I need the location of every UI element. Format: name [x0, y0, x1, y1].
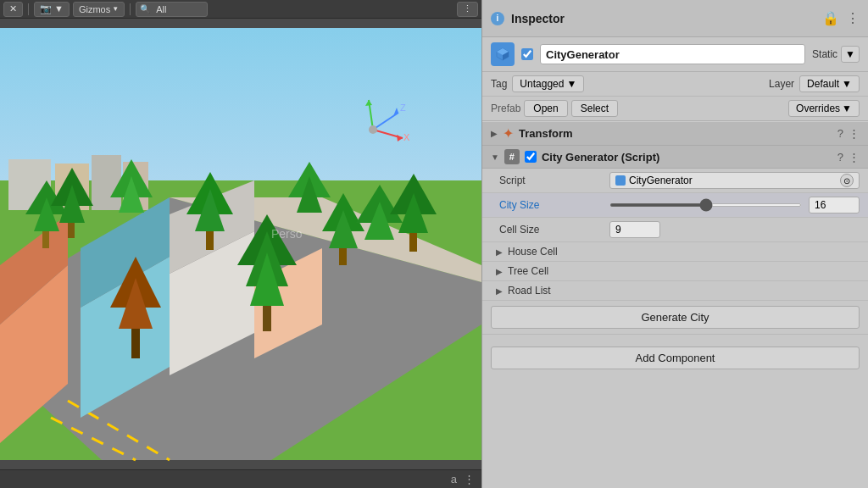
city-size-input[interactable] — [809, 197, 860, 214]
cube-svg — [495, 47, 510, 62]
gizmos-chevron: ▼ — [112, 5, 119, 13]
svg-rect-34 — [339, 248, 347, 265]
road-list-foldout[interactable]: ▶ Road List — [482, 281, 868, 301]
script-settings-icon[interactable]: ⋮ — [849, 151, 860, 164]
svg-text:Perso: Perso — [271, 227, 303, 241]
scene-search-input[interactable] — [153, 2, 203, 17]
transform-header: ▶ ✦ Transform ? ⋮ — [482, 121, 868, 146]
inspector-kebab-icon[interactable]: ⋮ — [846, 10, 860, 26]
cell-size-value-container — [609, 221, 860, 238]
svg-rect-44 — [131, 329, 140, 358]
scene-panel: ✕ 📷 ▼ Gizmos ▼ 🔍 ⋮ — [0, 0, 481, 488]
prefab-label: Prefab — [491, 103, 520, 114]
scene-toolbar: ✕ 📷 ▼ Gizmos ▼ 🔍 ⋮ — [0, 0, 481, 19]
add-component-button[interactable]: Add Component — [491, 347, 860, 369]
tag-dropdown-button[interactable]: Untagged ▼ — [512, 75, 584, 92]
separator-1 — [28, 3, 29, 15]
city-size-slider-container — [609, 197, 860, 214]
svg-point-51 — [369, 125, 377, 134]
prefab-open-button[interactable]: Open — [524, 100, 567, 117]
script-field-row: Script CityGenerator ⊙ — [482, 169, 868, 193]
layer-chevron-icon: ▼ — [842, 78, 852, 90]
inspector-info-icon: i — [491, 12, 504, 25]
script-ref-circle-button[interactable]: ⊙ — [840, 174, 854, 187]
static-label: Static — [812, 48, 837, 60]
city-size-slider[interactable] — [609, 203, 802, 207]
inspector-lock-icon[interactable]: 🔒 — [822, 10, 839, 26]
gizmos-button[interactable]: Gizmos ▼ — [73, 2, 125, 17]
script-ref-value: CityGenerator ⊙ — [609, 172, 860, 189]
script-field-value-container: CityGenerator ⊙ — [609, 172, 860, 189]
script-component-name: City Generator (Script) — [542, 151, 832, 164]
svg-rect-19 — [42, 231, 49, 248]
overrides-chevron-icon: ▼ — [842, 103, 852, 114]
tag-layer-row: Tag Untagged ▼ Layer Default ▼ — [482, 72, 868, 97]
tree-cell-arrow-icon: ▶ — [496, 267, 503, 276]
tree-cell-foldout[interactable]: ▶ Tree Cell — [482, 262, 868, 281]
transform-name: Transform — [519, 127, 832, 140]
prefab-overrides-button[interactable]: Overrides ▼ — [788, 100, 860, 117]
script-active-checkbox[interactable] — [525, 151, 537, 163]
cell-size-label: Cell Size — [499, 224, 609, 236]
inspector-header: i Inspector 🔒 ⋮ — [482, 0, 868, 37]
transform-icon: ✦ — [503, 125, 514, 141]
script-hash-icon: # — [504, 149, 520, 164]
scene-viewport: Z X Perso — [0, 19, 481, 469]
inspector-title: Inspector — [511, 12, 815, 25]
script-help-icon[interactable]: ? — [837, 151, 843, 164]
transform-tool-button[interactable]: ✕ — [3, 2, 23, 17]
house-cell-foldout[interactable]: ▶ House Cell — [482, 242, 868, 262]
gameobject-name-input[interactable] — [540, 44, 805, 64]
city-size-label: City Size — [499, 199, 609, 211]
cell-size-input[interactable] — [609, 221, 660, 238]
svg-text:Z: Z — [400, 103, 406, 113]
svg-rect-22 — [68, 223, 75, 238]
transform-help-icon[interactable]: ? — [837, 127, 843, 140]
transform-arrow-icon[interactable]: ▶ — [491, 129, 498, 138]
separator-2 — [130, 3, 131, 15]
static-row: Static ▼ — [812, 46, 860, 63]
svg-rect-8 — [92, 155, 121, 210]
scene-menu-button[interactable]: ⋮ — [457, 2, 478, 17]
layer-label: Layer — [769, 78, 794, 90]
svg-rect-27 — [206, 231, 214, 250]
scene-menu-icon[interactable]: ⋮ — [464, 473, 475, 485]
tag-label: Tag — [491, 78, 507, 90]
prefab-row: Prefab Open Select Overrides ▼ — [482, 97, 868, 121]
tag-chevron-icon: ▼ — [566, 78, 576, 90]
script-ref-dot-icon — [615, 175, 626, 186]
gameobject-active-checkbox[interactable] — [521, 48, 533, 60]
generate-city-btn-row: Generate City — [482, 301, 868, 335]
prefab-select-button[interactable]: Select — [571, 100, 618, 117]
city-size-field-row: City Size — [482, 193, 868, 218]
spacer-row — [482, 335, 868, 341]
gameobject-row: Static ▼ — [482, 37, 868, 72]
script-field-label: Script — [499, 175, 609, 186]
svg-rect-31 — [263, 306, 271, 331]
gizmos-label: Gizmos — [79, 4, 110, 14]
search-icon: 🔍 — [140, 4, 150, 14]
inspector-body: Static ▼ Tag Untagged ▼ Layer Default ▼ … — [482, 37, 868, 488]
script-component-header: ▼ # City Generator (Script) ? ⋮ — [482, 146, 868, 169]
search-container: 🔍 — [136, 2, 208, 17]
house-cell-arrow-icon: ▶ — [496, 247, 503, 257]
house-cell-label: House Cell — [508, 246, 558, 258]
cell-size-field-row: Cell Size — [482, 218, 868, 242]
transform-settings-icon[interactable]: ⋮ — [849, 127, 860, 140]
static-dropdown-button[interactable]: ▼ — [841, 46, 860, 63]
layer-dropdown-button[interactable]: Default ▼ — [799, 75, 860, 92]
script-arrow-icon[interactable]: ▼ — [491, 152, 499, 162]
gameobject-icon — [491, 42, 515, 66]
road-list-label: Road List — [508, 285, 551, 297]
scene-svg: Z X Perso — [0, 19, 481, 469]
generate-city-button[interactable]: Generate City — [491, 306, 860, 329]
road-list-arrow-icon: ▶ — [496, 286, 503, 296]
tree-cell-label: Tree Cell — [508, 265, 548, 277]
scene-lock-icon[interactable]: a — [451, 473, 457, 485]
camera-button[interactable]: 📷 ▼ — [34, 2, 70, 17]
svg-text:X: X — [403, 132, 410, 142]
inspector-panel: i Inspector 🔒 ⋮ Static ▼ — [481, 0, 868, 488]
scene-bottom-bar: a ⋮ — [0, 469, 481, 488]
svg-rect-39 — [409, 233, 417, 252]
